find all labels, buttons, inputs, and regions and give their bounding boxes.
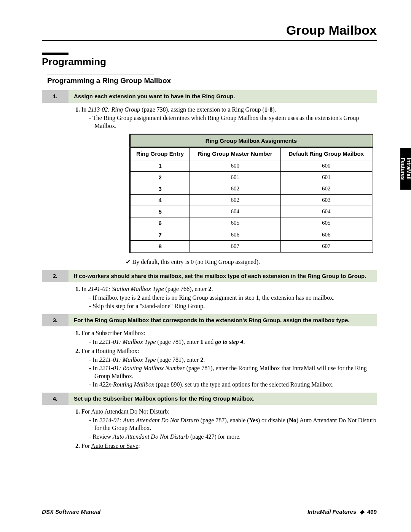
step-4-header: 4. Set up the Subscriber Mailbox options… [42, 393, 377, 405]
table-row: 8607607 [130, 240, 373, 252]
table-row: 3602602 [130, 183, 373, 194]
step-1-header: 1. Assign each extension you want to hav… [42, 90, 377, 103]
step-number: 3. [42, 314, 68, 327]
ring-group-table: Ring Group Mailbox Assignments Ring Grou… [129, 134, 373, 253]
table-row: 5604604 [130, 206, 373, 217]
list-subitem: If mailbox type is 2 and there is no Rin… [89, 294, 377, 302]
step-number: 2. [42, 270, 68, 283]
step-text: Assign each extension you want to have i… [68, 90, 377, 103]
list-item: For Auto Erase or Save: [81, 442, 377, 450]
subsection-title: Programming a Ring Group Mailbox [47, 77, 377, 85]
step-text: For the Ring Group Mailbox that correspo… [68, 314, 377, 327]
table-row: 4602603 [130, 195, 373, 206]
manual-page: Group Mailbox Programming Programming a … [0, 0, 411, 532]
sidetab-line: IntraMail [406, 158, 411, 180]
list-item: In 2113-02: Ring Group (page 738), assig… [81, 106, 377, 130]
table-col-header: Default Ring Group Mailbox [280, 147, 373, 160]
list-subitem: Skip this step for a "stand-alone" Ring … [89, 302, 377, 310]
sidetab-line: Features [400, 158, 406, 180]
step-text: Set up the Subscriber Mailbox options fo… [68, 393, 377, 405]
list-subitem: In 422x-Routing Mailbox (page 890), set … [89, 381, 377, 388]
step-text: If co-workers should share this mailbox,… [68, 270, 377, 283]
step-number: 4. [42, 393, 68, 405]
step-2-body: In 2141-01: Station Mailbox Type (page 7… [72, 285, 377, 310]
table-row: 6605605 [130, 217, 373, 229]
list-item: For a Subscriber Mailbox: In 2211-01: Ma… [81, 329, 377, 346]
table-title: Ring Group Mailbox Assignments [130, 134, 373, 147]
step-number: 1. [42, 90, 68, 103]
list-subitem: The Ring Group assignment determines whi… [89, 114, 377, 130]
list-item: For a Routing Mailbox: In 2211-01: Mailb… [81, 347, 377, 388]
page-footer: DSX Software Manual IntraMail Features ◆… [42, 506, 377, 515]
list-subitem: Review Auto Attendant Do Not Disturb (pa… [89, 433, 377, 441]
step-1-body: In 2113-02: Ring Group (page 738), assig… [72, 106, 377, 266]
subsection-underline [47, 75, 154, 75]
table-row: 7606606 [130, 229, 373, 240]
footer-left: DSX Software Manual [42, 508, 100, 515]
table-col-header: Ring Group Master Number [190, 147, 280, 160]
step-3-header: 3. For the Ring Group Mailbox that corre… [42, 314, 377, 327]
list-subitem: In 2211-01: Mailbox Type (page 781), ent… [89, 338, 377, 346]
footer-rule [42, 506, 377, 506]
page-number: 499 [367, 508, 377, 515]
thumb-tab: IntraMail Features [400, 148, 411, 190]
chapter-title: Group Mailbox [42, 23, 377, 38]
list-subitem: In 2214-01: Auto Attendant Do Not Distur… [89, 417, 377, 432]
list-subitem: In 2211-01: Routing Mailbox Number (page… [89, 364, 377, 380]
step-3-body: For a Subscriber Mailbox: In 2211-01: Ma… [72, 329, 377, 388]
table-row: 1600600 [130, 160, 373, 171]
table-col-header: Ring Group Entry [130, 147, 190, 160]
list-item: For Auto Attendant Do Not Disturb: In 22… [81, 408, 377, 441]
header-rule [42, 40, 377, 41]
step-4-body: For Auto Attendant Do Not Disturb: In 22… [72, 408, 377, 450]
section-underline [42, 55, 133, 55]
list-item: In 2141-01: Station Mailbox Type (page 7… [81, 285, 377, 310]
step-2-header: 2. If co-workers should share this mailb… [42, 270, 377, 283]
section-title: Programming [42, 56, 377, 68]
default-note: By default, this entry is 0 (no Ring Gro… [126, 258, 377, 266]
list-subitem: In 2211-01: Mailbox Type (page 781), ent… [89, 356, 377, 364]
footer-right: IntraMail Features ◆ 499 [307, 508, 377, 515]
table-row: 2601601 [130, 171, 373, 183]
